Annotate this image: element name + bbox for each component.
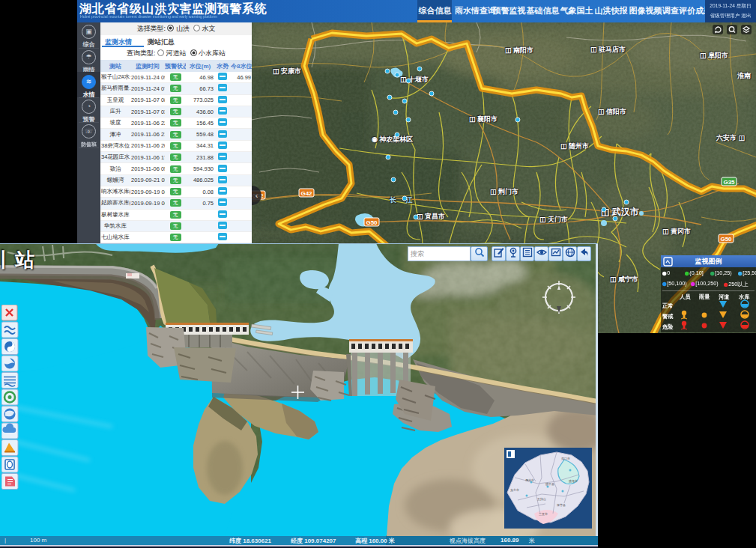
- svg-text:海口市: 海口市: [561, 457, 570, 460]
- svg-text:三亚市: 三亚市: [539, 512, 548, 516]
- svg-text:东方市: 东方市: [510, 488, 519, 492]
- svg-text:G50: G50: [366, 219, 378, 226]
- svg-text:保亭县: 保亭县: [557, 503, 566, 507]
- svg-text:五指山: 五指山: [537, 497, 546, 501]
- svg-text:琼海市: 琼海市: [569, 479, 578, 483]
- svg-text:琼中县: 琼中县: [545, 482, 554, 486]
- svg-text:G35: G35: [723, 179, 735, 186]
- svg-text:儋州市: 儋州市: [525, 478, 534, 482]
- svg-text:G50: G50: [720, 236, 732, 243]
- svg-text:G42: G42: [300, 190, 312, 197]
